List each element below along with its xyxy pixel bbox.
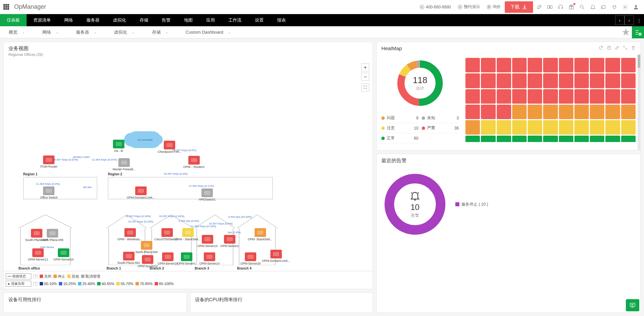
nav1-item-4[interactable]: 虚拟化 (106, 14, 133, 26)
heatmap-cell[interactable] (512, 105, 527, 119)
topology-node[interactable]: OPM-Server10 (53, 248, 74, 261)
nav2-item-1[interactable]: 网络⌄ (34, 29, 67, 35)
heatmap-cell[interactable] (497, 120, 511, 135)
video-icon[interactable] (545, 2, 555, 12)
topology-node[interactable]: OPM-Server1 (177, 252, 196, 265)
heatmap-cell[interactable] (559, 120, 573, 135)
heatmap-legend-item[interactable]: 注意10 (381, 123, 418, 133)
nav-more-button[interactable]: ⋮ (634, 18, 644, 23)
topology-canvas[interactable]: + − Cloud connectionRegion 1Region 2Bran… (4, 60, 373, 271)
nav2-item-3[interactable]: 虚拟化⌄ (105, 29, 143, 35)
heatmap-cell[interactable] (497, 73, 511, 88)
bell-icon[interactable] (588, 2, 598, 12)
heatmap-cell[interactable] (543, 58, 558, 72)
heatmap-cell[interactable] (574, 73, 589, 88)
topology-node[interactable]: OPM-...Router2 (183, 156, 204, 169)
heatmap-cell[interactable] (605, 73, 620, 88)
topology-node[interactable]: De...ib (113, 140, 124, 152)
nav1-item-6[interactable]: 告警 (155, 14, 177, 26)
nav-next-button[interactable]: › (624, 15, 634, 25)
topology-node[interactable]: OPM-DomainContr... (127, 186, 155, 199)
gear-icon[interactable] (620, 2, 630, 12)
nav2-item-0[interactable]: 概览⌄ (0, 29, 34, 35)
nav2-item-5[interactable]: Custom Dashboard⌄ (177, 29, 239, 35)
headset-icon[interactable] (556, 2, 565, 12)
heatmap-cell[interactable] (465, 89, 480, 104)
alarms-donut-chart[interactable]: 10 告警 (381, 171, 449, 238)
nav1-item-9[interactable]: 工作流 (222, 14, 248, 26)
nav1-item-2[interactable]: 网络 (58, 14, 80, 26)
topology-node[interactable]: ITOM Router (40, 155, 58, 168)
user-icon[interactable] (631, 2, 641, 12)
quote-chip[interactable]: $ 询价 (484, 3, 503, 11)
export-icon[interactable] (607, 45, 611, 51)
heatmap-cell[interactable] (605, 136, 620, 142)
heatmap-cell[interactable] (559, 105, 573, 119)
heatmap-cell[interactable] (512, 120, 527, 135)
heatmap-cell[interactable] (590, 73, 604, 88)
favorite-icon[interactable] (621, 28, 631, 37)
download-button[interactable]: 下载 (505, 1, 533, 13)
heatmap-cell[interactable] (590, 58, 604, 72)
heatmap-legend-item[interactable]: 正常60 (381, 133, 418, 143)
heatmap-cell[interactable] (559, 73, 573, 88)
topology-node[interactable]: OPM-Server18 (158, 252, 178, 265)
nav1-item-5[interactable]: 存储 (133, 14, 155, 26)
chat-fab-button[interactable] (626, 299, 639, 311)
heatmap-cell[interactable] (465, 58, 480, 72)
layers-icon[interactable] (599, 2, 608, 12)
heatmap-cell[interactable] (605, 105, 620, 119)
topology-node[interactable]: OPM-Server2 (220, 235, 239, 248)
heatmap-cell[interactable] (528, 105, 542, 119)
heatmap-cell[interactable] (512, 89, 527, 104)
legend-help-icon[interactable]: ? (33, 282, 38, 286)
heatmap-donut-chart[interactable]: 118 合计 (395, 58, 445, 108)
rocket-icon[interactable] (534, 2, 544, 12)
heatmap-cell[interactable] (497, 58, 511, 72)
heatmap-cell[interactable] (543, 120, 558, 135)
topology-node[interactable]: OPM -StackSwit... (248, 228, 272, 241)
heatmap-cell[interactable] (481, 136, 495, 142)
topology-node[interactable]: North-Plaza-005 (41, 229, 64, 242)
nav2-item-4[interactable]: 存储⌄ (143, 29, 177, 35)
heatmap-cell[interactable] (481, 105, 495, 119)
heatmap-cell[interactable] (481, 73, 495, 88)
topology-node[interactable]: OPM-Server12 (138, 255, 158, 268)
heatmap-cell[interactable] (497, 89, 511, 104)
heatmap-cell[interactable] (512, 58, 527, 72)
heatmap-cell[interactable] (590, 89, 604, 104)
heatmap-cell[interactable] (559, 136, 573, 142)
heatmap-legend-item[interactable]: 未知3 (422, 113, 459, 123)
heatmap-cell[interactable] (590, 120, 604, 135)
zoom-out-button[interactable]: − (361, 73, 369, 81)
gift-icon[interactable] (567, 2, 576, 12)
heatmap-cell[interactable] (497, 105, 511, 119)
heatmap-cell[interactable] (559, 89, 573, 104)
heatmap-cell[interactable] (481, 120, 495, 135)
heatmap-cell[interactable] (497, 136, 511, 142)
expand-icon[interactable] (623, 45, 628, 51)
topology-node[interactable]: OPM-Server11 (28, 248, 48, 261)
heatmap-cell[interactable] (465, 136, 480, 142)
nav1-item-0[interactable]: 仪表板 (0, 14, 27, 26)
heatmap-cell[interactable] (481, 58, 495, 72)
heatmap-cell[interactable] (559, 58, 573, 72)
nav1-item-11[interactable]: 报表 (270, 14, 293, 26)
heatmap-cell[interactable] (528, 89, 542, 104)
heatmap-cell[interactable] (528, 136, 542, 142)
heatmap-cell[interactable] (574, 89, 589, 104)
topology-node[interactable]: HPESwitch1 (199, 188, 216, 201)
heatmap-grid[interactable] (465, 58, 636, 142)
nav1-item-10[interactable]: 设置 (248, 14, 270, 26)
heatmap-legend-item[interactable]: 严重36 (422, 123, 459, 133)
demo-chip[interactable]: 预约演示 (455, 3, 483, 11)
heatmap-cell[interactable] (481, 89, 495, 104)
nav1-item-3[interactable]: 服务器 (80, 14, 106, 26)
topology-node[interactable]: North-Plaza-009 (136, 241, 158, 254)
heatmap-cell[interactable] (621, 58, 636, 72)
delete-icon[interactable] (631, 45, 636, 51)
nav2-item-2[interactable]: 服务器⌄ (67, 29, 105, 35)
fullscreen-button[interactable] (361, 83, 369, 92)
topology-node[interactable]: OPM - StackSwit... (175, 228, 201, 241)
heatmap-cell[interactable] (621, 89, 636, 104)
